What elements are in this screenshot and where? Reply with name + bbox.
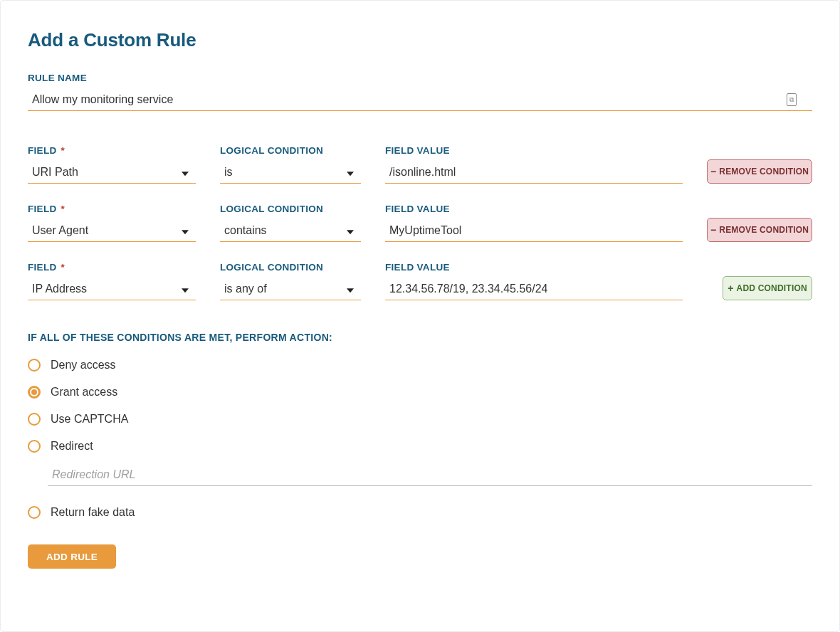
field-select[interactable]: IP Address <box>28 278 196 300</box>
remove-condition-button[interactable]: −REMOVE CONDITION <box>707 218 812 242</box>
action-radio-item[interactable]: Return fake data <box>28 506 812 519</box>
logical-condition-select[interactable]: contains <box>220 220 361 242</box>
field-value-label: FIELD VALUE <box>385 204 683 214</box>
logical-condition-label: LOGICAL CONDITION <box>220 204 361 214</box>
add-custom-rule-panel: Add a Custom Rule RULE NAME ⧉ FIELD *URI… <box>0 0 840 632</box>
field-label: FIELD * <box>28 145 196 156</box>
action-radio-item[interactable]: Deny access <box>28 359 812 372</box>
rule-name-block: RULE NAME ⧉ <box>28 73 812 111</box>
action-radio-label: Return fake data <box>51 506 135 519</box>
page-title: Add a Custom Rule <box>28 29 812 51</box>
remove-condition-label: REMOVE CONDITION <box>719 225 809 235</box>
remove-condition-label: REMOVE CONDITION <box>719 167 809 177</box>
plus-icon: + <box>728 283 733 293</box>
action-radio-label: Redirect <box>51 440 93 453</box>
action-radio-item[interactable]: Grant access <box>28 386 812 399</box>
field-select[interactable]: User Agent <box>28 220 196 242</box>
action-radio-label: Grant access <box>51 386 117 399</box>
logical-condition-label: LOGICAL CONDITION <box>220 262 361 273</box>
actions-list: Deny accessGrant accessUse CAPTCHARedire… <box>28 359 812 519</box>
action-radio-label: Deny access <box>51 359 116 372</box>
required-marker: * <box>61 262 65 273</box>
field-value-input[interactable] <box>385 220 683 242</box>
required-marker: * <box>61 204 65 214</box>
condition-row: FIELD *IP AddressLOGICAL CONDITIONis any… <box>28 262 812 300</box>
required-marker: * <box>61 145 65 156</box>
field-value-label: FIELD VALUE <box>385 145 683 156</box>
add-rule-button[interactable]: ADD RULE <box>28 544 116 569</box>
field-select[interactable]: URI Path <box>28 162 196 184</box>
field-value-input[interactable] <box>385 162 683 184</box>
remove-condition-button[interactable]: −REMOVE CONDITION <box>707 159 812 184</box>
radio-icon <box>28 386 41 399</box>
minus-icon: − <box>710 225 716 235</box>
rule-name-label: RULE NAME <box>28 73 812 83</box>
redirect-url-input[interactable] <box>48 464 812 486</box>
condition-row: FIELD *User AgentLOGICAL CONDITIONcontai… <box>28 204 812 242</box>
radio-icon <box>28 413 41 426</box>
condition-row: FIELD *URI PathLOGICAL CONDITIONisFIELD … <box>28 145 812 184</box>
field-label: FIELD * <box>28 262 196 273</box>
conditions-container: FIELD *URI PathLOGICAL CONDITIONisFIELD … <box>28 145 812 300</box>
add-condition-label: ADD CONDITION <box>737 283 807 293</box>
action-radio-item[interactable]: Redirect <box>28 440 812 453</box>
radio-icon <box>28 359 41 372</box>
logical-condition-label: LOGICAL CONDITION <box>220 145 361 156</box>
logical-condition-select[interactable]: is any of <box>220 278 361 300</box>
contacts-icon: ⧉ <box>787 93 797 106</box>
actions-block: IF ALL OF THESE CONDITIONS ARE MET, PERF… <box>28 332 812 569</box>
field-value-label: FIELD VALUE <box>385 262 683 273</box>
action-radio-item[interactable]: Use CAPTCHA <box>28 413 812 426</box>
logical-condition-select[interactable]: is <box>220 162 361 184</box>
rule-name-input[interactable] <box>28 89 812 111</box>
actions-heading: IF ALL OF THESE CONDITIONS ARE MET, PERF… <box>28 332 812 343</box>
action-radio-label: Use CAPTCHA <box>51 413 128 426</box>
minus-icon: − <box>710 167 716 177</box>
field-value-input[interactable] <box>385 278 683 300</box>
field-label: FIELD * <box>28 204 196 214</box>
radio-icon <box>28 506 41 519</box>
add-condition-button[interactable]: +ADD CONDITION <box>723 276 812 300</box>
radio-icon <box>28 440 41 453</box>
